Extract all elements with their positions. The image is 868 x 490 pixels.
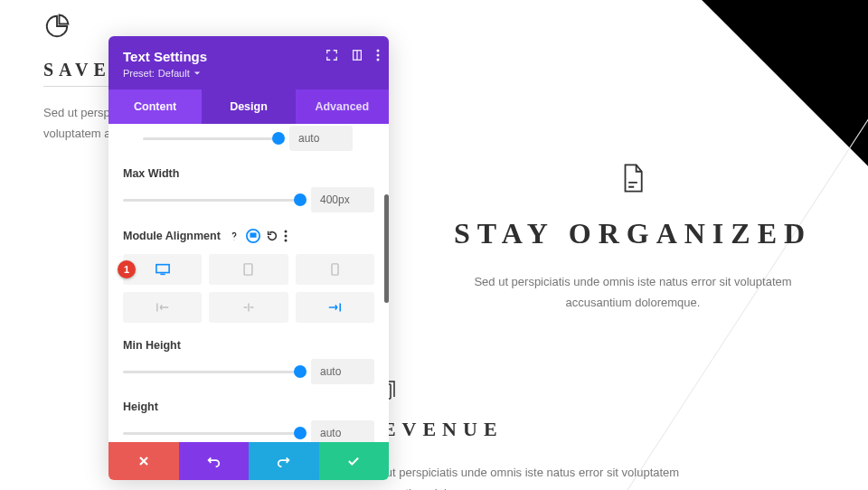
money-icon [362, 380, 823, 405]
svg-point-3 [377, 50, 380, 52]
device-tablet-button[interactable] [209, 254, 288, 285]
tab-design[interactable]: Design [202, 90, 295, 124]
max-width-slider[interactable] [123, 199, 300, 202]
width-value[interactable]: auto [289, 126, 353, 151]
panel-body: auto Max Width 400px Module Alignment [108, 124, 389, 442]
min-height-slider[interactable] [123, 371, 300, 373]
tab-content[interactable]: Content [108, 90, 202, 124]
text-settings-panel: Text Settings Preset: Default [108, 36, 389, 480]
preset-value: Default [158, 68, 190, 79]
step-badge: 1 [118, 260, 136, 278]
height-value[interactable]: auto [311, 420, 374, 442]
module-alignment-label: Module Alignment [123, 229, 374, 243]
kebab-icon[interactable] [284, 230, 288, 242]
min-height-label: Min Height [123, 339, 374, 352]
module-alignment-text: Module Alignment [123, 230, 221, 242]
panel-header[interactable]: Text Settings Preset: Default [108, 36, 389, 90]
stay-organized-title: STAY ORGANIZED [416, 217, 850, 256]
panel-footer [108, 442, 389, 480]
svg-rect-7 [250, 232, 256, 237]
svg-point-4 [377, 54, 380, 57]
height-slider[interactable] [123, 432, 300, 435]
redo-button[interactable] [249, 442, 319, 480]
revenue-section: REVENUE Sed ut perspiciatis unde omnis i… [362, 380, 823, 490]
stay-organized-section: STAY ORGANIZED Sed ut perspiciatis unde … [416, 163, 850, 314]
align-right-button[interactable] [296, 292, 374, 323]
tab-advanced[interactable]: Advanced [296, 90, 389, 124]
svg-point-5 [377, 59, 380, 61]
chevron-down-icon [193, 68, 201, 79]
confirm-button[interactable] [319, 442, 390, 480]
scrollbar-thumb[interactable] [384, 194, 389, 303]
svg-rect-13 [332, 264, 338, 275]
align-center-button[interactable] [209, 292, 288, 323]
stay-organized-paragraph: Sed ut perspiciatis unde omnis iste natu… [470, 272, 796, 314]
kebab-menu-icon[interactable] [376, 49, 380, 61]
responsive-icon[interactable] [246, 229, 260, 243]
expand-icon[interactable] [326, 49, 338, 61]
min-height-value[interactable]: auto [311, 359, 374, 384]
help-icon[interactable] [228, 230, 241, 242]
svg-rect-12 [245, 264, 253, 275]
reset-icon[interactable] [266, 230, 278, 242]
svg-rect-11 [156, 265, 169, 273]
svg-point-10 [284, 240, 287, 242]
undo-button[interactable] [179, 442, 250, 480]
panel-tabs: Content Design Advanced [108, 90, 389, 124]
preset-label: Preset: [123, 68, 155, 79]
cancel-button[interactable] [108, 442, 179, 480]
file-icon [416, 163, 850, 197]
max-width-value[interactable]: 400px [311, 187, 374, 212]
max-width-label: Max Width [123, 167, 374, 180]
svg-point-8 [284, 231, 287, 233]
height-label: Height [123, 400, 374, 413]
device-phone-button[interactable] [296, 254, 374, 285]
revenue-paragraph: Sed ut perspiciatis unde omnis iste natu… [362, 463, 687, 490]
width-slider[interactable] [143, 137, 278, 140]
align-left-button[interactable] [123, 292, 202, 323]
svg-point-9 [284, 235, 287, 238]
revenue-title: REVENUE [362, 418, 823, 447]
preset-dropdown[interactable]: Preset: Default [123, 68, 201, 79]
drag-handle-icon[interactable] [351, 49, 363, 61]
